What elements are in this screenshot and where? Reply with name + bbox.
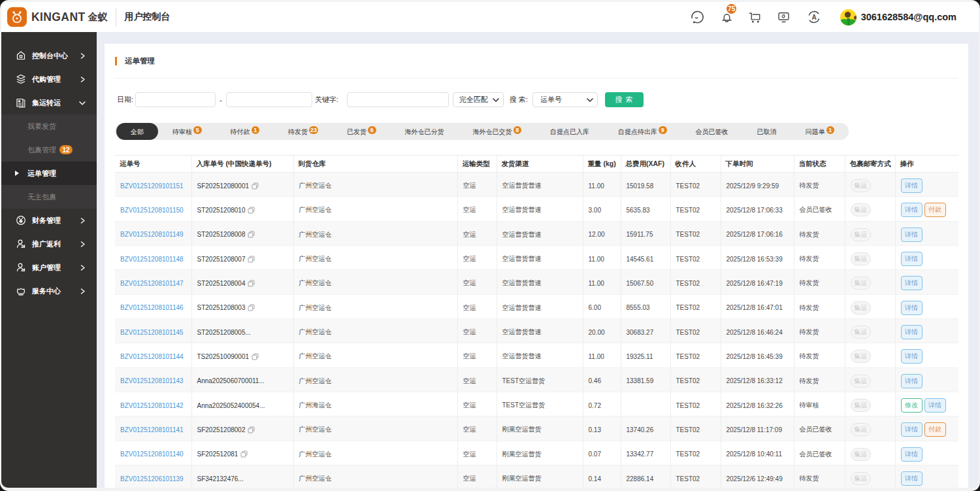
- cart-icon[interactable]: [747, 9, 763, 25]
- avatar[interactable]: [840, 9, 857, 25]
- waybill-link[interactable]: BZV01251208101147: [120, 280, 184, 287]
- cell-actions: 详情: [895, 245, 958, 269]
- detail-button[interactable]: 详情: [901, 447, 923, 462]
- tab-7[interactable]: 自提点已入库: [536, 123, 604, 140]
- detail-button[interactable]: 详情: [901, 374, 923, 388]
- waybill-link[interactable]: BZV01251208101149: [120, 231, 184, 238]
- sidebar-item-0[interactable]: 控制台中心: [1, 44, 97, 67]
- sidebar-item-3[interactable]: 财务管理: [1, 209, 97, 232]
- waybill-link[interactable]: BZV01251208101143: [120, 377, 184, 384]
- detail-button[interactable]: 详情: [901, 252, 923, 266]
- waybill-link[interactable]: BZV01251208101140: [120, 450, 184, 458]
- pay-button[interactable]: 付款: [924, 422, 946, 437]
- cell-channel: 空运普货普速: [497, 270, 583, 294]
- copy-icon[interactable]: [248, 304, 255, 311]
- waybill-link[interactable]: BZV01251208101142: [120, 402, 184, 409]
- cell-receiver: TEST02: [670, 197, 721, 221]
- cell-transport: 空运: [457, 197, 497, 221]
- keyword-input[interactable]: [347, 92, 449, 107]
- tab-0[interactable]: 全部: [116, 123, 158, 140]
- waybill-link[interactable]: BZV01251208101145: [120, 329, 184, 336]
- user-email[interactable]: 3061628584@qq.com: [861, 12, 956, 22]
- cell-fee: 13740.26: [621, 416, 670, 441]
- sidebar-subitem-1[interactable]: 包裹管理12: [1, 138, 97, 161]
- consolidation-button[interactable]: 集运: [851, 472, 871, 485]
- consolidation-button[interactable]: 集运: [851, 277, 871, 290]
- waybill-link[interactable]: BZV01251209101151: [120, 182, 184, 190]
- waybill-link[interactable]: BZV01251208101150: [120, 207, 184, 214]
- consolidation-button[interactable]: 集运: [851, 179, 871, 192]
- copy-icon[interactable]: [248, 231, 255, 238]
- tab-5[interactable]: 海外仓已分货: [391, 123, 459, 140]
- table-row: BZV01251208101146ST20251208003广州空运仓空运空运普…: [115, 294, 958, 318]
- copy-icon[interactable]: [252, 353, 259, 360]
- tab-11[interactable]: 问题单1: [791, 123, 849, 140]
- tab-2[interactable]: 待付款1: [216, 123, 274, 140]
- cell-receiver: TEST02: [670, 441, 721, 465]
- consolidation-button[interactable]: 集运: [851, 326, 871, 339]
- sidebar-subitem-3[interactable]: 无主包裹: [1, 185, 97, 209]
- consolidation-button[interactable]: 集运: [851, 448, 871, 461]
- sidebar-subitem-2[interactable]: 运单管理: [1, 161, 97, 185]
- detail-button[interactable]: 详情: [901, 325, 923, 339]
- workbench-icon[interactable]: [776, 9, 792, 25]
- tab-1[interactable]: 待审核5: [158, 123, 216, 140]
- waybill-link[interactable]: BZV01251208101148: [120, 256, 184, 263]
- detail-button[interactable]: 详情: [901, 301, 923, 315]
- sidebar-item-2[interactable]: 集运转运: [1, 91, 97, 114]
- date-from-input[interactable]: [135, 92, 216, 107]
- copy-icon[interactable]: [240, 450, 248, 458]
- detail-button[interactable]: 详情: [901, 471, 923, 486]
- detail-button[interactable]: 详情: [924, 398, 946, 413]
- detail-button[interactable]: 详情: [901, 349, 923, 364]
- waybill-link[interactable]: BZV01251208101144: [120, 353, 184, 360]
- sidebar-item-6[interactable]: 服务中心: [1, 279, 97, 303]
- tab-3[interactable]: 待发货23: [274, 123, 333, 140]
- search-field-select[interactable]: 运单号: [532, 92, 598, 107]
- consolidation-button[interactable]: 集运: [851, 423, 871, 436]
- consolidation-button[interactable]: 集运: [851, 399, 871, 412]
- tab-8[interactable]: 自提点待出库9: [604, 123, 681, 140]
- cell-postal: 集运: [845, 318, 895, 343]
- consolidation-button[interactable]: 集运: [851, 252, 871, 265]
- copy-icon[interactable]: [248, 256, 255, 263]
- detail-button[interactable]: 详情: [901, 276, 923, 290]
- waybill-link[interactable]: BZV01251208101141: [120, 426, 184, 433]
- consolidation-button[interactable]: 集运: [851, 375, 871, 388]
- sidebar-item-1[interactable]: 代购管理: [1, 67, 97, 91]
- search-button[interactable]: 搜 索: [605, 92, 644, 107]
- consolidation-button[interactable]: 集运: [851, 350, 871, 363]
- sidebar-item-4[interactable]: 推广返利: [1, 232, 97, 256]
- detail-button[interactable]: 详情: [901, 203, 923, 217]
- sidebar-subitem-0[interactable]: 我要发货: [1, 114, 97, 138]
- detail-button[interactable]: 详情: [901, 228, 923, 242]
- waybill-link[interactable]: BZV01251208101146: [120, 304, 184, 311]
- pay-button[interactable]: 付款: [924, 203, 946, 217]
- detail-button[interactable]: 详情: [901, 422, 923, 437]
- sidebar-item-5[interactable]: 账户管理: [1, 256, 97, 279]
- copy-icon[interactable]: [248, 426, 255, 433]
- cell-fee: 30683.27: [621, 318, 670, 343]
- brand[interactable]: KINGANT 金蚁 用户控制台: [1, 7, 171, 27]
- match-mode-select[interactable]: 完全匹配: [453, 92, 504, 107]
- consolidation-button[interactable]: 集运: [851, 301, 871, 314]
- edit-button[interactable]: 修改: [901, 398, 923, 413]
- cell-time: 2025/12/8 16:47:01: [721, 294, 794, 318]
- language-icon[interactable]: A: [806, 9, 822, 25]
- notifications-icon[interactable]: 75: [719, 9, 735, 25]
- tab-6[interactable]: 海外仓已交货8: [459, 123, 536, 140]
- cell-waybill: BZV01251208101148: [115, 245, 191, 269]
- copy-icon[interactable]: [248, 207, 255, 214]
- sidebar-subitem-label: 包裹管理: [27, 145, 56, 155]
- detail-button[interactable]: 详情: [901, 178, 923, 193]
- consolidation-button[interactable]: 集运: [851, 228, 871, 241]
- copy-icon[interactable]: [248, 280, 255, 287]
- consolidation-button[interactable]: 集运: [851, 203, 871, 216]
- copy-icon[interactable]: [252, 182, 259, 190]
- tab-10[interactable]: 已取消: [743, 123, 791, 140]
- date-to-input[interactable]: [226, 92, 312, 107]
- customer-service-icon[interactable]: [689, 9, 705, 25]
- tab-9[interactable]: 会员已签收: [681, 123, 743, 140]
- waybill-link[interactable]: BZV01251206101139: [120, 475, 184, 483]
- tab-4[interactable]: 已发货6: [333, 123, 391, 140]
